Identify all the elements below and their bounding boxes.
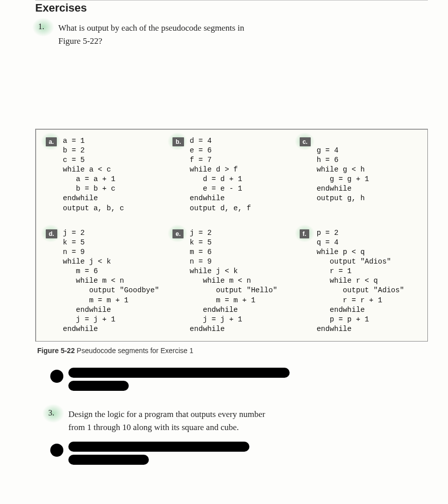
- segment-e: e. j = 2 k = 5 m = 6 n = 9 while j < k w…: [172, 228, 290, 334]
- code-d: j = 2 k = 5 n = 9 while j < k m = 6 whil…: [63, 228, 159, 334]
- redacted-q2: [50, 368, 428, 391]
- section-title: Exercises: [35, 2, 428, 15]
- segment-a: a. a = 1 b = 2 c = 5 while a < c a = a +…: [46, 136, 163, 213]
- label-c: c.: [300, 136, 313, 148]
- q1-number: 1.: [35, 20, 44, 31]
- q1-line1: What is output by each of the pseudocode…: [58, 23, 244, 33]
- label-f: f.: [300, 228, 313, 240]
- label-d: d.: [46, 228, 59, 240]
- redacted-q4: [50, 442, 428, 465]
- label-e-text: e.: [172, 229, 184, 238]
- code-f: p = 2 q = 4 while p < q output "Adios" r…: [317, 228, 404, 334]
- caption-bold: Figure 5-22: [37, 347, 75, 355]
- figure-5-22: a. a = 1 b = 2 c = 5 while a < c a = a +…: [35, 129, 428, 342]
- redaction-bar: [68, 381, 129, 391]
- label-d-text: d.: [46, 229, 57, 238]
- caption-rest: Pseudocode segments for Exercise 1: [75, 347, 194, 355]
- label-c-text: c.: [300, 137, 311, 146]
- q3-text: Design the logic for a program that outp…: [68, 406, 265, 435]
- redaction-bar: [68, 368, 290, 378]
- label-e: e.: [172, 228, 186, 240]
- q1-line2: Figure 5-22?: [58, 36, 102, 46]
- q1-text: What is output by each of the pseudocode…: [58, 20, 244, 48]
- question-1: 1. What is output by each of the pseudoc…: [35, 20, 428, 48]
- segment-c: c. g = 4 h = 6 while g < h g = g + 1 end…: [300, 136, 417, 213]
- redaction-bar: [68, 442, 249, 452]
- bullet-icon: [50, 444, 63, 457]
- code-a: a = 1 b = 2 c = 5 while a < c a = a + 1 …: [63, 136, 124, 213]
- code-c: g = 4 h = 6 while g < h g = g + 1 endwhi…: [317, 136, 369, 204]
- segment-d: d. j = 2 k = 5 n = 9 while j < k m = 6 w…: [46, 228, 163, 334]
- q3-number-badge: 3.: [45, 406, 63, 422]
- question-3: 3. Design the logic for a program that o…: [45, 406, 428, 435]
- q3-number: 3.: [45, 406, 54, 417]
- code-b: d = 4 e = 6 f = 7 while d > f d = d + 1 …: [190, 136, 251, 213]
- label-f-text: f.: [300, 229, 309, 238]
- q3-line2: from 1 through 10 along with its square …: [68, 423, 239, 432]
- bullet-icon: [50, 370, 63, 383]
- segment-f: f. p = 2 q = 4 while p < q output "Adios…: [300, 228, 417, 334]
- q3-line1: Design the logic for a program that outp…: [68, 409, 265, 419]
- label-b: b.: [172, 136, 186, 148]
- segment-b: b. d = 4 e = 6 f = 7 while d > f d = d +…: [172, 136, 290, 213]
- label-b-text: b.: [172, 137, 184, 146]
- figure-caption: Figure 5-22 Pseudocode segments for Exer…: [37, 347, 428, 355]
- label-a-text: a.: [46, 137, 57, 146]
- label-a: a.: [46, 136, 59, 148]
- redaction-bar: [68, 455, 149, 465]
- code-e: j = 2 k = 5 m = 6 n = 9 while j < k whil…: [190, 228, 277, 334]
- q1-number-badge: 1.: [35, 20, 53, 36]
